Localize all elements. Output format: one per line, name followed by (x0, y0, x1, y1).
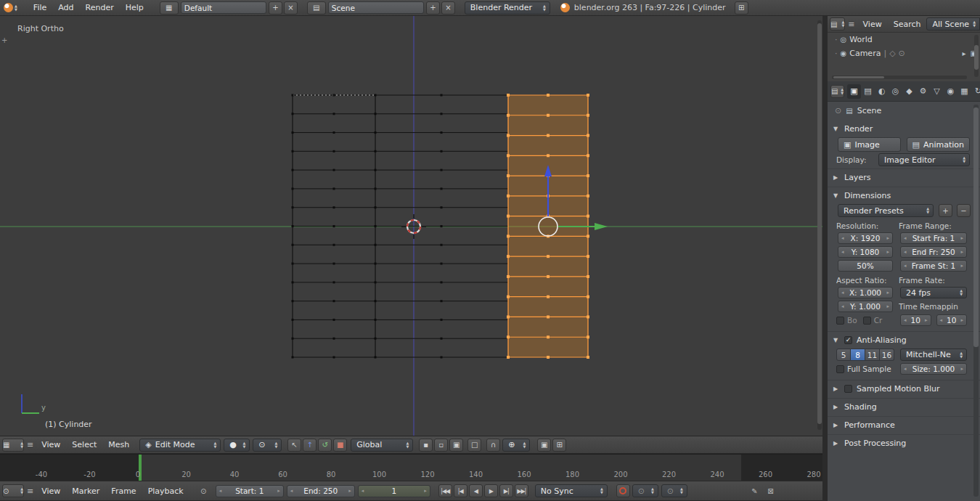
current-frame-field[interactable]: ◂1▸ (358, 485, 430, 497)
properties-tab-render-layers-icon[interactable]: ▤ (861, 84, 875, 99)
remap-new-field[interactable]: ◂10▸ (936, 314, 968, 326)
shading-panel-header[interactable]: ▶ Shading (828, 399, 980, 415)
menu-render[interactable]: Render (80, 3, 120, 12)
outliner-item-label[interactable]: World (849, 35, 873, 44)
scene-delete-button[interactable]: × (441, 1, 455, 15)
aa-size-field[interactable]: ◂Size: 1.000▸ (900, 363, 967, 375)
properties-tab-object-icon[interactable]: ◆ (902, 84, 916, 99)
render-display-dropdown[interactable]: Image Editor (878, 153, 970, 166)
outliner-item-camera[interactable]: · ◉ Camera | ◇ ⊙ ▸ ▣ (828, 46, 980, 60)
translate-manipulator-icon[interactable]: ↑ (303, 439, 317, 452)
render-presets-dropdown[interactable]: Render Presets (838, 204, 934, 217)
transform-orientation-dropdown[interactable]: Global (351, 439, 413, 452)
editor-type-outliner-icon[interactable]: ▤ (830, 17, 845, 30)
collapse-menus-icon[interactable]: ≡ (25, 486, 36, 496)
timeline-menu-frame[interactable]: Frame (105, 486, 142, 496)
frame-step-field[interactable]: ◂Frame St: 1▸ (900, 260, 967, 272)
frame-start-field[interactable]: ◂Start: 1▸ (216, 485, 284, 497)
transport-jump-to-start-button[interactable]: |◀◀ (438, 484, 452, 497)
scene-browse-icon[interactable]: ▤ (307, 1, 326, 15)
preview-range-icon[interactable]: ⊙ (197, 484, 211, 497)
render-panel-header[interactable]: ▼ Render (828, 121, 980, 137)
face-select-mode-icon[interactable]: ▣ (449, 439, 463, 452)
transport-jump-to-end-button[interactable]: ▶▶| (515, 484, 528, 497)
frame-start-field[interactable]: ◂Start Fra: 1▸ (900, 232, 967, 244)
menu-add[interactable]: Add (52, 3, 79, 12)
opengl-render-icon[interactable]: ▣ (537, 439, 551, 452)
window-duplicate-icon[interactable]: ⊞ (735, 1, 748, 15)
manipulator-toggle-icon[interactable]: ↖ (287, 439, 301, 452)
viewport-scrollbar[interactable] (817, 20, 822, 430)
properties-tab-material-icon[interactable]: ◉ (944, 84, 957, 99)
viewport-menu-select[interactable]: Select (66, 440, 102, 449)
delete-keyframe-icon[interactable]: ⊠ (764, 484, 777, 497)
outliner-vscrollbar[interactable] (974, 35, 979, 77)
outliner-scope-dropdown[interactable]: All Scene (926, 17, 980, 30)
properties-tab-modifiers-icon[interactable]: ⚙ (916, 84, 930, 99)
border-checkbox[interactable]: Bo (836, 316, 857, 325)
properties-tab-scene-icon[interactable]: ◐ (875, 84, 889, 99)
frame-rate-dropdown[interactable]: 24 fps (900, 287, 967, 298)
properties-tab-texture-icon[interactable]: ▦ (957, 84, 971, 99)
vertex-select-mode-icon[interactable]: ▪ (419, 439, 433, 452)
screen-add-button[interactable]: + (269, 1, 282, 15)
viewport-menu-mesh[interactable]: Mesh (102, 440, 135, 449)
aspect-x-field[interactable]: ◂X: 1.000▸ (838, 287, 893, 298)
timeline-ruler[interactable]: -40-200204060801001201401601802002202402… (0, 454, 822, 481)
scene-name-field[interactable]: Scene (328, 1, 424, 14)
render-image-button[interactable]: ▣Image (838, 137, 901, 152)
outliner-menu-search[interactable]: Search (888, 20, 927, 29)
aa-samples-5-button[interactable]: 5 (836, 349, 851, 361)
pin-icon[interactable]: ⊙ (835, 106, 841, 115)
screen-browse-icon[interactable]: ▦ (160, 1, 179, 15)
properties-tab-object-data-icon[interactable]: ▽ (930, 84, 944, 99)
properties-tab-physics-icon[interactable]: ↻ (971, 84, 980, 99)
transport-next-keyframe-button[interactable]: ▶| (499, 484, 513, 497)
editor-type-3dview-icon[interactable]: ▦ (2, 439, 24, 452)
restrict-select-icon[interactable]: ▸ (963, 49, 966, 57)
render-animation-button[interactable]: ▤Animation (907, 137, 971, 152)
aa-samples-8-button[interactable]: 8 (851, 349, 865, 361)
editor-type-timeline-icon[interactable]: ⊙ (2, 484, 24, 497)
collapse-menus-icon[interactable]: ≡ (846, 20, 857, 29)
transport-play-button[interactable]: ▶ (484, 484, 498, 497)
rotate-manipulator-icon[interactable]: ↺ (318, 439, 332, 452)
opengl-render-anim-icon[interactable]: ⊞ (552, 439, 566, 452)
render-engine-dropdown[interactable]: Blender Render (465, 1, 550, 15)
audio-sync-dropdown[interactable]: No Sync (535, 484, 608, 497)
keying-set-2-dropdown[interactable]: ⊙ (661, 484, 687, 497)
resolution-percent-slider[interactable]: 50% (838, 260, 893, 272)
outliner-item-world[interactable]: · ◎ World (828, 33, 980, 46)
limit-to-visible-icon[interactable]: □ (467, 439, 481, 452)
properties-scrollbar-thumb[interactable] (973, 107, 979, 347)
antialiasing-panel-header[interactable]: ▼ ✓ Anti-Aliasing (828, 333, 980, 348)
properties-tab-render-icon[interactable]: ▣ (847, 84, 861, 99)
record-button[interactable] (616, 484, 630, 497)
timeline-menu-playback[interactable]: Playback (142, 486, 189, 496)
outliner-hscrollbar-thumb[interactable] (833, 76, 884, 78)
motion-blur-panel-header[interactable]: ▶ Sampled Motion Blur (828, 381, 980, 396)
screen-layout-field[interactable]: Default (181, 1, 266, 14)
menu-help[interactable]: Help (120, 3, 150, 12)
menu-file[interactable]: File (28, 3, 52, 12)
scale-manipulator-icon[interactable]: ■ (333, 439, 347, 452)
preset-add-button[interactable]: + (939, 204, 952, 217)
viewport-shading-dropdown[interactable]: ● (224, 439, 250, 452)
checkbox-checked-icon[interactable]: ✓ (844, 336, 852, 344)
layers-panel-header[interactable]: ▶ Layers (828, 170, 980, 185)
performance-panel-header[interactable]: ▶ Performance (828, 418, 980, 433)
editor-type-properties-icon[interactable]: ▤ (830, 85, 844, 98)
edge-select-mode-icon[interactable]: ▫ (434, 439, 448, 452)
timeline-menu-view[interactable]: View (36, 486, 66, 496)
outliner-vscrollbar-thumb[interactable] (974, 45, 979, 70)
snap-element-dropdown[interactable]: ⊕ (502, 439, 530, 452)
screen-delete-button[interactable]: × (284, 1, 298, 15)
outliner-hscrollbar[interactable] (832, 76, 967, 79)
remap-old-field[interactable]: ◂10▸ (900, 314, 931, 326)
mode-dropdown[interactable]: ◈Edit Mode (139, 439, 221, 452)
scene-add-button[interactable]: + (426, 1, 440, 15)
frame-end-field[interactable]: ◂End: 250▸ (287, 485, 355, 497)
outliner-menu-view[interactable]: View (857, 20, 888, 29)
pivot-point-dropdown[interactable]: ⊙ (253, 439, 282, 452)
checkbox-unchecked-icon[interactable] (844, 385, 852, 393)
